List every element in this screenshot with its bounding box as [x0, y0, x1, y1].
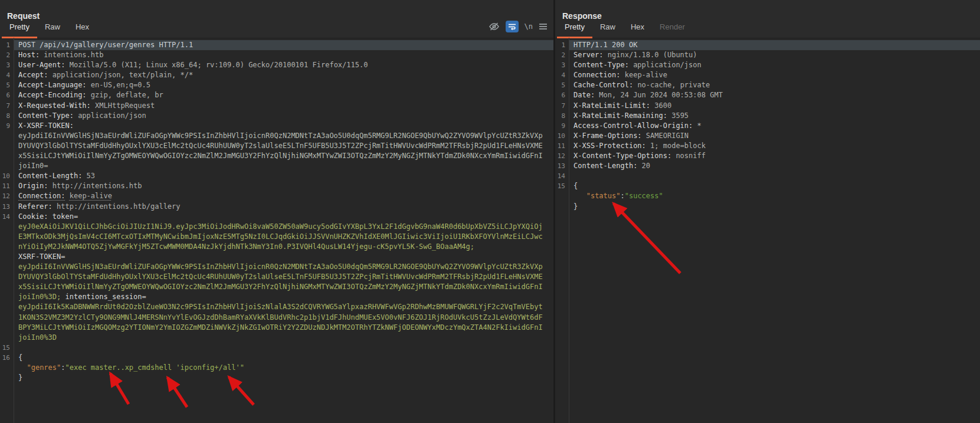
code-line-text: Cookie: token=: [14, 212, 553, 222]
line-number: 2: [555, 50, 569, 60]
code-line: DYUVQY3lGbOlTYStaMFdUdHhyOUxlYXU3cElMc2t…: [0, 272, 553, 282]
line-number: [0, 323, 14, 333]
code-line: 8Content-Type: application/json: [0, 111, 553, 121]
code-line: joiIn0%3D: [0, 333, 553, 343]
line-number: 5: [0, 80, 14, 90]
tab-hex[interactable]: Hex: [623, 22, 652, 38]
code-line-text: DYUVQY3lGbOlTYStaMFdUdHhyOUxlYXU3cElMc2t…: [14, 272, 553, 282]
code-line: 1POST /api/v1/gallery/user/genres HTTP/1…: [0, 40, 553, 50]
line-number: 13: [0, 202, 14, 212]
tab-render[interactable]: Render: [652, 22, 693, 38]
code-line-text: User-Agent: Mozilla/5.0 (X11; Linux x86_…: [14, 60, 553, 70]
code-line: x5SisiLCJtYWMiOiIlNmYyZTgOMWEOYWQwOGIOYz…: [0, 151, 553, 161]
code-line: 7X-Requested-With: XMLHttpRequest: [0, 101, 553, 111]
line-number: 14: [0, 212, 14, 222]
line-number: [0, 313, 14, 323]
line-number: 10: [0, 171, 14, 181]
code-line-text: 1KON3S2VMZ3M2YzlCTy9ONG9MNlJ4MERSNnYvYlE…: [14, 313, 553, 323]
code-line: 5Accept-Language: en-US,en;q=0.5: [0, 80, 553, 90]
gutter-divider: [14, 38, 14, 423]
code-line: 6Accept-Encoding: gzip, deflate, br: [0, 90, 553, 100]
tab-pretty[interactable]: Pretty: [557, 22, 592, 38]
code-line: 10X-Frame-Options: SAMEORIGIN: [555, 131, 980, 141]
code-line-text: XSRF-TOKEN=: [14, 252, 553, 262]
line-number: 2: [0, 50, 14, 60]
code-line: 1KON3S2VMZ3M2YzlCTy9ONG9MNlJ4MERSNnYvYlE…: [0, 313, 553, 323]
tab-raw[interactable]: Raw: [592, 22, 623, 38]
code-line: 6Date: Mon, 24 Jun 2024 00:53:08 GMT: [555, 90, 980, 100]
newline-icon[interactable]: \n: [525, 21, 533, 32]
line-number: [0, 292, 14, 302]
code-line-text: x5SisiLCJtYWMiOiIlNmYyZTgOMWEOYWQwOGIOYz…: [14, 151, 553, 161]
menu-icon[interactable]: [539, 21, 548, 32]
code-line-text: X-XSRF-TOKEN:: [14, 121, 553, 131]
tab-pretty[interactable]: Pretty: [2, 22, 37, 38]
code-line-text: Content-Length: 20: [569, 161, 980, 171]
line-number: [0, 333, 14, 343]
code-line: 13Content-Length: 20: [555, 161, 980, 171]
code-line-text: [569, 171, 980, 181]
code-line-text: Accept: application/json, text/plain, */…: [14, 70, 553, 80]
line-number: [0, 272, 14, 282]
code-line-text: Connection: keep-alive: [569, 70, 980, 80]
gutter-divider: [569, 38, 569, 423]
tab-bar-tabs: PrettyRawHexRender: [557, 22, 693, 38]
code-line: x5SisiLCJtYWMiOiIlNmYyZTgOMWEOYWQwOGIOYz…: [0, 282, 553, 292]
code-line-text: X-RateLimit-Limit: 3600: [569, 101, 980, 111]
code-line-text: X-XSS-Protection: 1; mode=block: [569, 141, 980, 151]
code-line: eyJpdiI6InVVWGlHSjN3aEUrdWliZUFaOGpYWWc9…: [0, 131, 553, 141]
visibility-off-icon[interactable]: [489, 21, 500, 32]
code-line: 9Access-Control-Allow-Origin: *: [555, 121, 980, 131]
line-number: 9: [555, 121, 569, 131]
request-panel: Request PrettyRawHex: [0, 0, 553, 423]
soft-wrap-icon[interactable]: [506, 21, 519, 32]
code-line: }: [555, 202, 980, 212]
tab-raw[interactable]: Raw: [37, 22, 68, 38]
code-line: eyJpdiI6InVVWGlHSjN3aEUrdWliZUFaOGpYWWc9…: [0, 262, 553, 272]
line-number: 6: [555, 90, 569, 100]
code-line-text: Referer: http://intentions.htb/gallery: [14, 202, 553, 212]
code-line-text: Access-Control-Allow-Origin: *: [569, 121, 980, 131]
code-line-text: X-Content-Type-Options: nosniff: [569, 151, 980, 161]
code-line-text: [14, 343, 553, 353]
code-line: 11Origin: http://intentions.htb: [0, 181, 553, 191]
code-line: 4Connection: keep-alive: [555, 70, 980, 80]
code-line: joiIn0%3D; intentions_session=: [0, 292, 553, 302]
code-line: 15: [0, 343, 553, 353]
code-area[interactable]: 1POST /api/v1/gallery/user/genres HTTP/1…: [0, 38, 553, 423]
editor-toolbar: \n: [489, 21, 548, 32]
code-line: joiIn0=: [0, 161, 553, 171]
line-number: 3: [0, 60, 14, 70]
code-line-text: }: [569, 202, 980, 212]
line-number: 9: [0, 121, 14, 131]
line-number: 12: [555, 151, 569, 161]
line-number: 11: [0, 181, 14, 191]
code-line-text: Host: intentions.htb: [14, 50, 553, 60]
tab-hex[interactable]: Hex: [68, 22, 97, 38]
code-line: XSRF-TOKEN=: [0, 252, 553, 262]
code-line: 14Cookie: token=: [0, 212, 553, 222]
code-line-text: HTTP/1.1 200 OK: [569, 40, 980, 50]
code-line-text: X-Frame-Options: SAMEORIGIN: [569, 131, 980, 141]
line-number: [0, 131, 14, 141]
line-number: 4: [555, 70, 569, 80]
line-number: [0, 222, 14, 232]
line-number: 14: [555, 171, 569, 181]
code-line-text: eyJpdiI6InVVWGlHSjN3aEUrdWliZUFaOGpYWWc9…: [14, 131, 553, 141]
code-line: 13Referer: http://intentions.htb/gallery: [0, 202, 553, 212]
code-line-text: }: [14, 373, 553, 383]
line-number: 15: [555, 181, 569, 191]
line-number: [555, 202, 569, 212]
code-line: eyJ0eXAiOiJKV1QiLCJhbGciOiJIUzI1NiJ9.eyJ…: [0, 222, 553, 232]
response-panel: Response PrettyRawHexRender 1HTTP/1.1 20…: [555, 0, 980, 423]
line-number: 4: [0, 70, 14, 80]
line-number: 7: [555, 101, 569, 111]
code-line: "status":"success": [555, 191, 980, 201]
code-line-text: eyJpdiI6Ik5KaDBNWWRrdUt0d2OzblZueWO3N2c9…: [14, 302, 553, 312]
code-line-text: Accept-Language: en-US,en;q=0.5: [14, 80, 553, 90]
code-line: 9X-XSRF-TOKEN:: [0, 121, 553, 131]
code-line-text: X-Requested-With: XMLHttpRequest: [14, 101, 553, 111]
code-area[interactable]: 1HTTP/1.1 200 OK2Server: nginx/1.18.0 (U…: [555, 38, 980, 423]
line-number: 15: [0, 343, 14, 353]
line-number: [555, 191, 569, 201]
